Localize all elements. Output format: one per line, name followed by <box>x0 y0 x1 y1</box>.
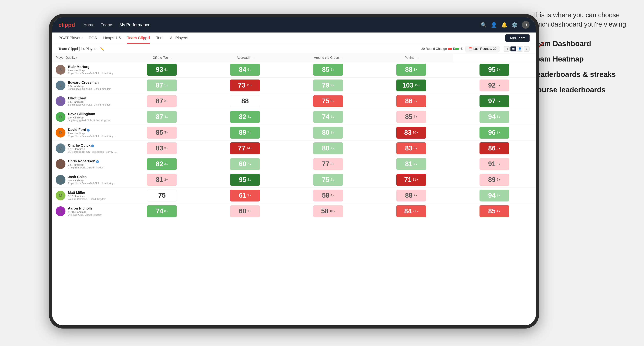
score-box: 95 8 <box>230 174 260 186</box>
person-icon[interactable]: 👤 <box>491 22 497 28</box>
player-details: Blair McHarg Plus Handicap Royal North D… <box>68 65 117 75</box>
score-cell: 81 4 <box>370 156 453 172</box>
score-cell: 75 2 <box>287 172 370 188</box>
table-row[interactable]: M Matt Miller 6-10 Handicap Woburn Golf … <box>52 188 536 203</box>
change-up: 1 <box>497 115 500 119</box>
player-info: B Blair McHarg Plus Handicap Royal North… <box>56 65 117 75</box>
nav-link-home[interactable]: Home <box>83 22 94 27</box>
view-download-button[interactable]: ↓ <box>524 46 530 51</box>
sub-nav-link-pga[interactable]: PGA <box>89 32 97 44</box>
score-box: 58 4 <box>313 190 343 201</box>
score-value: 94 <box>488 113 496 121</box>
score-value: 60 <box>239 160 246 168</box>
score-box: 81 3 <box>147 174 177 186</box>
score-cell: 85 8 <box>287 62 370 78</box>
change-up: 2 <box>247 162 251 166</box>
settings-icon[interactable]: ⚙️ <box>512 22 518 28</box>
sub-nav-link-all-players[interactable]: All Players <box>170 32 188 44</box>
th-player: Player Quality ▾ <box>52 54 120 62</box>
score-cell: 92 3 <box>453 78 536 93</box>
score-box: 103 15 <box>396 79 426 91</box>
table-body: B Blair McHarg Plus Handicap Royal North… <box>52 62 536 219</box>
sub-nav-link-tour[interactable]: Tour <box>156 32 164 44</box>
score-box: 77 3 <box>313 158 343 170</box>
player-avatar: A <box>56 206 66 216</box>
score-box: 89 2 <box>480 174 509 186</box>
search-icon[interactable]: 🔍 <box>480 22 487 28</box>
player-cell: M Matt Miller 6-10 Handicap Woburn Golf … <box>52 188 120 203</box>
score-value: 61 <box>239 192 246 199</box>
score-value: 82 <box>156 160 163 168</box>
table-row[interactable]: A Aaron Nicholls 11-15 Handicap Drift Go… <box>52 203 536 219</box>
score-value: 81 <box>405 160 412 168</box>
score-value: 92 <box>488 82 496 89</box>
nav-link-teams[interactable]: Teams <box>101 22 113 27</box>
change-up: 4 <box>330 194 334 197</box>
table-row[interactable]: J Josh Coles 1-5 Handicap Royal North De… <box>52 172 536 188</box>
score-cell: 88 2 <box>370 188 453 203</box>
nav-icons: 🔍 👤 🔔 ⚙️ U <box>480 21 530 29</box>
player-name: Blair McHarg <box>68 65 117 69</box>
score-cell: 82 3 <box>120 156 204 172</box>
score-cell: 84 21 <box>370 203 453 219</box>
score-cell: 83 10 <box>370 125 453 141</box>
score-box: 97 5 <box>480 95 509 107</box>
player-details: Josh Coles 1-5 Handicap Royal North Devo… <box>68 175 117 185</box>
player-club: Royal North Devon Golf Club, United King… <box>68 135 117 138</box>
nav-bar: clippd HomeTeamsMy Performance 🔍 👤 🔔 ⚙️ … <box>52 17 536 32</box>
score-cell: 80 1 <box>287 141 370 156</box>
table-row[interactable]: D Dave Billingham 1-5 Handicap Gog Magog… <box>52 109 536 125</box>
change-down: 11 <box>246 84 252 87</box>
last-rounds-button[interactable]: 📅 Last Rounds: 20 <box>466 46 500 52</box>
avatar[interactable]: U <box>522 21 530 29</box>
score-value: 75 <box>158 192 166 199</box>
change-up: 1 <box>164 84 168 87</box>
table-row[interactable]: C Chris Robertson✓ 1-5 Handicap Craigmil… <box>52 156 536 172</box>
score-cell: 103 15 <box>370 78 453 93</box>
change-down: 3 <box>330 162 334 166</box>
score-value: 87 <box>156 113 163 121</box>
player-avatar: E <box>56 81 66 90</box>
bar-red <box>448 48 452 50</box>
score-box: 60 2 <box>230 158 260 170</box>
score-cell: 85 4 <box>453 203 536 219</box>
player-club: Royal North Devon Golf Club, United King… <box>68 182 117 185</box>
change-up: 7 <box>247 131 251 134</box>
score-cell: 88 <box>204 93 287 109</box>
view-heatmap-button[interactable]: ▦ <box>510 46 516 51</box>
table-row[interactable]: D David Ford✓ Plus Handicap Royal North … <box>52 125 536 141</box>
last-rounds-value: 20 <box>493 47 496 51</box>
player-details: Dave Billingham 1-5 Handicap Gog Magog G… <box>68 112 110 122</box>
score-cell: 95 9 <box>453 62 536 78</box>
sub-nav-link-team-clippd[interactable]: Team Clippd <box>127 32 150 44</box>
score-cell: 84 6 <box>204 62 287 78</box>
score-value: 80 <box>322 145 329 152</box>
score-value: 85 <box>156 129 163 136</box>
table-row[interactable]: E Edward Crossman 1-5 Handicap Sunningda… <box>52 78 536 93</box>
score-value: 86 <box>405 97 412 105</box>
change-up: 6 <box>247 68 251 71</box>
table-row[interactable]: B Blair McHarg Plus Handicap Royal North… <box>52 62 536 78</box>
bell-icon[interactable]: 🔔 <box>501 22 507 28</box>
player-club: Gog Magog Golf Club, United Kingdom <box>68 119 110 122</box>
score-value: 83 <box>156 145 163 152</box>
score-cell: 86 6 <box>370 93 453 109</box>
nav-link-my-performance[interactable]: My Performance <box>120 22 150 27</box>
table-row[interactable]: C Charlie Quick✓ 6-10 Handicap St. Georg… <box>52 141 536 156</box>
th-approach: Approach — <box>204 54 287 62</box>
menu-item-label[interactable]: Course leaderboards <box>532 86 634 94</box>
score-cell: 83 6 <box>370 141 453 156</box>
score-box: 94 3 <box>480 190 509 201</box>
data-table: Player Quality ▾ Off the Tee — Approach … <box>52 54 536 219</box>
table-row[interactable]: E Elliot Ebert 1-5 Handicap Sunningdale … <box>52 93 536 109</box>
score-box: 94 1 <box>480 111 509 123</box>
score-box: 92 3 <box>480 79 509 91</box>
sub-nav-link-pgat-players[interactable]: PGAT Players <box>58 32 82 44</box>
change-down: 8 <box>497 147 500 150</box>
view-person-button[interactable]: 👤 <box>517 46 523 51</box>
sub-nav-link-hcaps-1-5[interactable]: Hcaps 1-5 <box>103 32 121 44</box>
view-grid-button[interactable]: ⊞ <box>504 46 510 51</box>
player-cell: D Dave Billingham 1-5 Handicap Gog Magog… <box>52 109 120 125</box>
add-team-button[interactable]: Add Team <box>506 34 530 42</box>
edit-icon[interactable]: ✏️ <box>100 47 104 51</box>
